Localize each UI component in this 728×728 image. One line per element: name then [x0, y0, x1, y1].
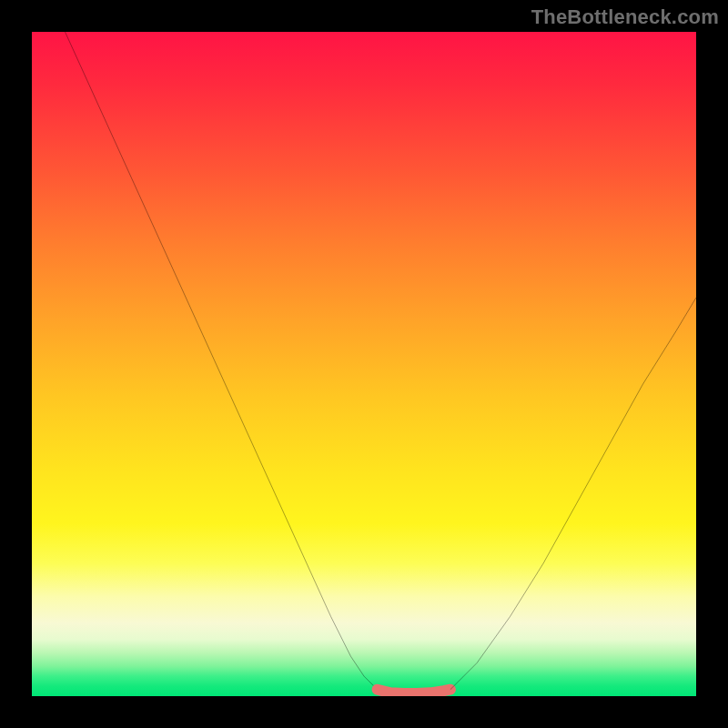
- curve-flat-minimum: [378, 690, 450, 693]
- plot-area: [32, 32, 696, 696]
- watermark-text: TheBottleneck.com: [531, 5, 719, 29]
- curve-svg: [32, 32, 696, 696]
- curve-right-branch: [450, 298, 696, 690]
- curve-left-branch: [66, 32, 378, 690]
- chart-frame: TheBottleneck.com: [0, 0, 728, 728]
